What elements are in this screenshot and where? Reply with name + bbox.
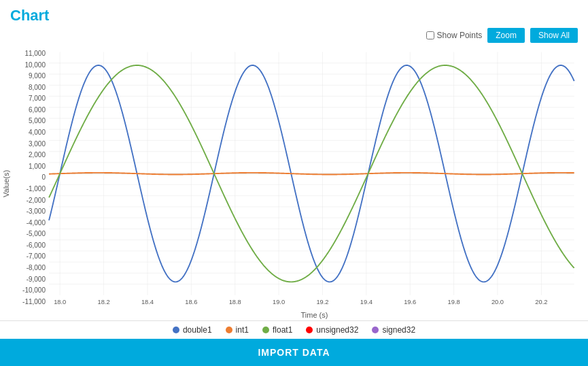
y-tick: 4,000 bbox=[12, 129, 46, 136]
legend-item: signed32 bbox=[372, 325, 415, 335]
zoom-button[interactable]: Zoom bbox=[487, 28, 525, 43]
svg-text:19.4: 19.4 bbox=[360, 297, 373, 305]
y-tick: -4,000 bbox=[12, 219, 46, 227]
y-tick: -3,000 bbox=[12, 207, 46, 215]
legend-label: double1 bbox=[183, 325, 212, 335]
y-tick: 6,000 bbox=[12, 106, 46, 114]
y-tick: -6,000 bbox=[12, 242, 46, 249]
legend-label: int1 bbox=[236, 325, 249, 335]
y-tick: -10,000 bbox=[12, 286, 46, 294]
y-tick: -9,000 bbox=[12, 276, 46, 283]
svg-text:18.6: 18.6 bbox=[185, 297, 197, 305]
legend-dot bbox=[226, 327, 232, 333]
svg-text:19.2: 19.2 bbox=[316, 297, 328, 305]
y-tick: 9,000 bbox=[12, 72, 46, 80]
legend-item: float1 bbox=[262, 325, 292, 335]
y-tick: -7,000 bbox=[12, 252, 46, 260]
app: Chart Show Points Zoom Show All Value(s)… bbox=[0, 0, 588, 366]
y-tick: -5,000 bbox=[12, 230, 46, 237]
chart-canvas-wrapper: 18.018.218.418.618.819.019.219.419.619.8… bbox=[48, 46, 581, 320]
show-points-label[interactable]: Show Points bbox=[426, 31, 483, 40]
y-tick: -11,000 bbox=[12, 298, 46, 305]
legend-dot bbox=[173, 327, 179, 333]
svg-text:18.8: 18.8 bbox=[229, 297, 241, 305]
legend-item: unsigned32 bbox=[306, 325, 358, 335]
legend-label: float1 bbox=[273, 325, 292, 335]
y-tick: -8,000 bbox=[12, 264, 46, 271]
svg-text:18.2: 18.2 bbox=[98, 297, 110, 305]
chart-area: Value(s) 11,00010,0009,0008,0007,0006,00… bbox=[0, 46, 588, 320]
header: Chart bbox=[0, 0, 588, 28]
legend-item: double1 bbox=[173, 325, 212, 335]
legend-label: unsigned32 bbox=[316, 325, 358, 335]
legend-dot bbox=[306, 327, 313, 333]
y-tick: -2,000 bbox=[12, 197, 46, 204]
svg-text:20.2: 20.2 bbox=[535, 297, 547, 305]
y-tick: -1,000 bbox=[12, 185, 46, 193]
show-points-checkbox[interactable] bbox=[426, 31, 434, 39]
svg-text:19.8: 19.8 bbox=[448, 297, 460, 305]
legend-dot bbox=[262, 327, 269, 333]
y-tick: 3,000 bbox=[12, 140, 46, 148]
y-tick: 8,000 bbox=[12, 84, 46, 91]
chart-title: Chart bbox=[10, 7, 49, 24]
svg-text:19.6: 19.6 bbox=[404, 297, 416, 305]
y-tick: 5,000 bbox=[12, 117, 46, 124]
y-tick: 0 bbox=[12, 173, 46, 181]
y-tick: 1,000 bbox=[12, 163, 46, 170]
legend-label: signed32 bbox=[382, 325, 415, 335]
svg-text:18.4: 18.4 bbox=[141, 297, 154, 305]
y-tick: 7,000 bbox=[12, 95, 46, 102]
y-tick: 2,000 bbox=[12, 151, 46, 159]
legend: double1int1float1unsigned32signed32 bbox=[0, 320, 588, 339]
controls-bar: Show Points Zoom Show All bbox=[0, 28, 588, 46]
svg-text:18.0: 18.0 bbox=[54, 297, 66, 305]
y-axis-ticks: 11,00010,0009,0008,0007,0006,0005,0004,0… bbox=[12, 46, 48, 320]
svg-text:19.0: 19.0 bbox=[273, 297, 285, 305]
y-tick: 11,000 bbox=[12, 50, 46, 57]
x-axis-label: Time (s) bbox=[48, 311, 581, 319]
import-data-button[interactable]: IMPORT DATA bbox=[0, 339, 588, 366]
y-tick: 10,000 bbox=[12, 61, 46, 69]
legend-dot bbox=[372, 327, 379, 333]
legend-item: int1 bbox=[226, 325, 249, 335]
chart-svg: 18.018.218.418.618.819.019.219.419.619.8… bbox=[48, 46, 581, 320]
svg-text:20.0: 20.0 bbox=[491, 297, 504, 305]
y-axis-label: Value(s) bbox=[0, 46, 12, 320]
show-all-button[interactable]: Show All bbox=[530, 28, 578, 43]
